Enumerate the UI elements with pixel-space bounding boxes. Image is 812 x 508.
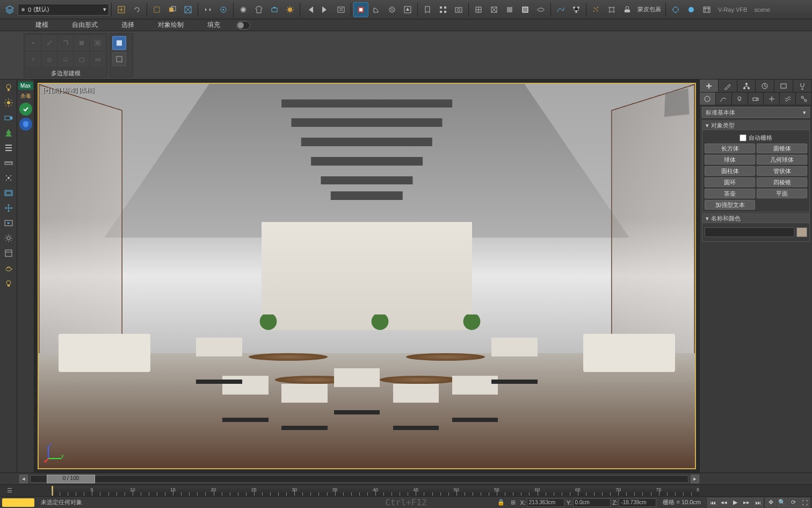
prim-box[interactable]: 长方体	[705, 144, 755, 153]
tab-display[interactable]	[774, 80, 793, 92]
edged-icon[interactable]	[518, 2, 533, 17]
play[interactable]: ▶	[730, 498, 741, 507]
gear-icon[interactable]	[2, 231, 16, 245]
tab-hierarchy[interactable]	[737, 80, 756, 92]
time-slider-track[interactable]: 0 / 100	[30, 475, 688, 483]
wire-icon[interactable]	[487, 2, 502, 17]
toggle-icon[interactable]	[533, 2, 548, 17]
tab-utilities[interactable]	[793, 80, 812, 92]
teapot-tool-icon[interactable]	[2, 261, 16, 275]
move-icon[interactable]	[2, 201, 16, 215]
massfx-icon[interactable]	[620, 2, 635, 17]
viewcube[interactable]	[664, 88, 689, 117]
shaded-icon[interactable]	[502, 2, 517, 17]
viewport-label[interactable]: [+] [前] [标准] [线框]	[43, 86, 94, 94]
menu-fill[interactable]: 填充	[195, 19, 232, 31]
spinner-snap-icon[interactable]	[400, 2, 415, 17]
rollout-object-type[interactable]: ▾ 对象类型	[702, 120, 810, 130]
subtab-systems[interactable]	[796, 92, 812, 105]
ruler-icon[interactable]	[2, 156, 16, 170]
nav-pan[interactable]: ✥	[765, 498, 776, 507]
tab-create[interactable]	[700, 80, 719, 92]
coord-y-input[interactable]	[573, 498, 611, 507]
transform-type-icon[interactable]: ⊞	[508, 498, 518, 507]
create-icon[interactable]	[114, 2, 129, 17]
list-icon[interactable]	[2, 141, 16, 155]
safe-frame-icon[interactable]	[2, 186, 16, 200]
tab-motion[interactable]	[756, 80, 774, 92]
lock-icon[interactable]: 🔒	[496, 498, 506, 507]
nav-orbit[interactable]: ⟳	[788, 498, 799, 507]
camera-icon[interactable]	[2, 111, 16, 125]
cloth-icon[interactable]	[604, 2, 619, 17]
spray-icon[interactable]	[2, 171, 16, 185]
time-slider-thumb[interactable]: 0 / 100	[47, 475, 95, 483]
prim-pyramid[interactable]: 四棱锥	[757, 177, 807, 187]
curve-editor-icon[interactable]	[553, 2, 568, 17]
goto-start[interactable]: ⏮	[707, 498, 718, 507]
time-config-icon[interactable]	[334, 2, 349, 17]
layer-manager-icon[interactable]	[2, 2, 17, 17]
menu-freeform[interactable]: 自由形式	[60, 19, 110, 31]
rollout-name-color[interactable]: ▾ 名称和颜色	[702, 213, 810, 223]
subtab-helpers[interactable]	[764, 92, 780, 105]
sun-icon[interactable]	[2, 96, 16, 110]
ruler-menu-icon[interactable]: ☰	[5, 486, 15, 496]
prim-cone[interactable]: 圆锥体	[757, 144, 807, 153]
schematic-icon[interactable]	[569, 2, 584, 17]
vray-vfb-label[interactable]: V-Ray VFB	[715, 6, 750, 13]
shirt-icon[interactable]	[251, 2, 266, 17]
subtab-shapes[interactable]	[716, 92, 732, 105]
play-back-icon[interactable]	[302, 2, 317, 17]
play-fwd-icon[interactable]	[318, 2, 333, 17]
subtab-lights[interactable]	[732, 92, 748, 105]
angle-snap-icon[interactable]	[369, 2, 384, 17]
maxscript-button[interactable]	[2, 498, 34, 507]
subtab-cameras[interactable]	[748, 92, 764, 105]
bulb-icon[interactable]	[2, 276, 16, 290]
subtab-spacewarps[interactable]	[780, 92, 796, 105]
prim-textplus[interactable]: 加强型文本	[705, 200, 755, 210]
snapshot-icon[interactable]	[451, 2, 466, 17]
scene-label[interactable]: scene	[751, 6, 773, 13]
align-icon[interactable]	[216, 2, 231, 17]
nav-max[interactable]: ⛶	[799, 498, 810, 507]
goto-end[interactable]: ⏭	[752, 498, 763, 507]
percent-snap-icon[interactable]	[385, 2, 400, 17]
prim-sphere[interactable]: 球体	[705, 155, 755, 164]
named-sel-icon[interactable]	[420, 2, 435, 17]
selection-icon[interactable]	[149, 2, 164, 17]
autogrid-checkbox[interactable]	[740, 134, 746, 141]
rib-constraint-2[interactable]	[112, 52, 126, 66]
prim-cylinder[interactable]: 圆柱体	[705, 166, 755, 176]
vray-frame-icon[interactable]	[699, 2, 714, 17]
time-prev[interactable]: ◂	[19, 475, 28, 483]
coord-z-input[interactable]	[619, 498, 656, 507]
rib-constraint-1[interactable]	[112, 36, 126, 50]
object-color-swatch[interactable]	[796, 227, 807, 237]
grid-icon[interactable]	[471, 2, 486, 17]
prim-torus[interactable]: 圆环	[705, 177, 755, 187]
menu-modeling[interactable]: 建模	[24, 19, 60, 31]
nav-zoom[interactable]: 🔍	[777, 498, 787, 507]
layer-combo[interactable]: 0 (默认) ▾	[18, 4, 109, 16]
vray-light-icon[interactable]	[668, 2, 683, 17]
prev-frame[interactable]: ◂◂	[719, 498, 729, 507]
mirror-icon[interactable]	[200, 2, 215, 17]
coord-x-input[interactable]	[527, 498, 564, 507]
isolate-icon[interactable]	[180, 2, 195, 17]
primitive-category-dropdown[interactable]: 标准基本体 ▾	[702, 107, 810, 118]
menu-toggle[interactable]	[236, 21, 250, 30]
scan-icon[interactable]	[19, 103, 32, 116]
particle-icon[interactable]	[589, 2, 604, 17]
time-ruler[interactable]: 05101520253035404550556065707580	[52, 486, 699, 496]
array-icon[interactable]	[436, 2, 451, 17]
menu-select[interactable]: 选择	[110, 19, 146, 31]
light-icon[interactable]	[2, 81, 16, 95]
viewport[interactable]: [+] [前] [标准] [线框]	[38, 83, 696, 469]
tab-modify[interactable]	[719, 80, 737, 92]
tree-icon[interactable]	[2, 126, 16, 140]
play-icon[interactable]	[2, 216, 16, 230]
material-editor-icon[interactable]	[236, 2, 251, 17]
object-name-input[interactable]	[705, 227, 794, 237]
